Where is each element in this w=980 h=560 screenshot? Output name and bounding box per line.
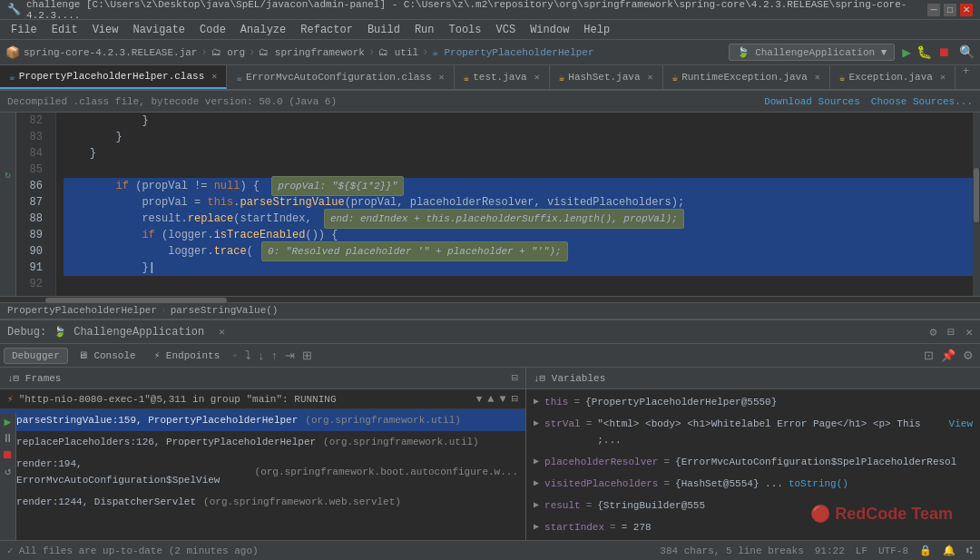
run-config-selector[interactable]: 🍃 ChallengeApplication ▼ (729, 44, 896, 61)
thread-filter-icon[interactable]: ⊟ (512, 392, 518, 406)
frame-pkg-2: (org.springframework.boot.autoconfigure.… (255, 464, 518, 480)
menu-vcs[interactable]: VCS (489, 22, 524, 38)
menu-analyze[interactable]: Analyze (233, 22, 293, 38)
var-expand-strval[interactable]: ▶ (534, 416, 539, 432)
menu-window[interactable]: Window (523, 22, 576, 38)
frames-filter-icon[interactable]: ⊟ (512, 371, 518, 385)
step-into-button[interactable]: ↓ (256, 348, 268, 363)
tab-exception[interactable]: ☕ Exception.java ✕ (830, 65, 956, 89)
stop-button[interactable]: ⏹ (937, 45, 950, 60)
frame-item-3[interactable]: ⚡ render:1244, DispatcherServlet (org.sp… (0, 491, 525, 513)
debug-close-icon[interactable]: ✕ (219, 326, 225, 338)
close-button[interactable]: ✕ (960, 4, 973, 16)
var-this[interactable]: ▶ this = {PropertyPlaceholderHelper@5550… (526, 391, 980, 413)
frames-header: ↓⊟ Frames ⊟ (0, 368, 525, 389)
menu-run[interactable]: Run (407, 22, 442, 38)
pause-button[interactable]: ⏸ (2, 432, 14, 446)
var-visited-placeholders[interactable]: ▶ visitedPlaceholders = {HashSet@5554} .… (526, 473, 980, 495)
var-startindex[interactable]: ▶ startIndex = = 278 (526, 516, 980, 538)
jar-name[interactable]: spring-core-4.2.3.RELEASE.jar (24, 47, 197, 58)
var-expand-result[interactable]: ▶ (534, 497, 539, 514)
debug-tab-debugger[interactable]: Debugger (4, 348, 68, 364)
debug-tab-endpoints[interactable]: ⚡ Endpoints (146, 347, 229, 364)
encoding[interactable]: UTF-8 (878, 545, 908, 556)
menu-refactor[interactable]: Refactor (293, 22, 360, 38)
pin-button[interactable]: 📌 (938, 348, 958, 363)
frame-item-1[interactable]: ⚡ replacePlaceholders:126, PropertyPlace… (0, 431, 525, 453)
cursor-position[interactable]: 91:22 (815, 545, 845, 556)
var-view-link-strval[interactable]: View (949, 416, 973, 432)
breadcrumb-method[interactable]: parseStringValue() (171, 305, 279, 316)
maximize-button[interactable]: □ (944, 4, 956, 16)
nav-util[interactable]: 🗂 util (378, 46, 418, 58)
tab-close-6[interactable]: ✕ (940, 72, 946, 83)
menu-file[interactable]: File (4, 22, 44, 38)
stop-debug-button[interactable]: ⏹ (2, 448, 14, 462)
step-out-button[interactable]: ↑ (269, 348, 280, 363)
menu-build[interactable]: Build (360, 22, 407, 38)
var-strval[interactable]: ▶ strVal = "<html> <body> <h1>Whitelabel… (526, 413, 980, 451)
search-button[interactable]: 🔍 (959, 44, 975, 60)
settings-debug-button[interactable]: ⚙ (960, 348, 976, 363)
frame-item-0[interactable]: ⚡ parseStringValue:159, PropertyPlacehol… (0, 409, 525, 431)
git-icon[interactable]: ⑆ (966, 545, 973, 556)
debug-run-button[interactable]: 🐛 (916, 44, 932, 60)
var-tostring-vp[interactable]: toString() (789, 476, 848, 492)
tab-runtimeexception[interactable]: ☕ RuntimeException.java ✕ (663, 65, 830, 89)
resume-button[interactable]: ▶ (5, 415, 12, 429)
frame-item-2[interactable]: ⚡ render:194, ErrorMvcAutoConfiguration$… (0, 453, 525, 491)
breadcrumb-class[interactable]: PropertyPlaceholderHelper (7, 305, 157, 316)
nav-springframework[interactable]: 🗂 springframework (259, 46, 365, 58)
notifications-icon[interactable]: 🔔 (943, 545, 956, 556)
tab-hashset[interactable]: ☕ HashSet.java ✕ (550, 65, 663, 89)
restore-layout-button[interactable]: ⊡ (921, 348, 936, 363)
menu-edit[interactable]: Edit (44, 22, 85, 38)
run-to-cursor[interactable]: ⇥ (282, 348, 298, 363)
reload-icon[interactable]: ↻ (5, 169, 11, 181)
rerun-button[interactable]: ↺ (5, 465, 11, 478)
download-sources-link[interactable]: Download Sources (764, 96, 860, 107)
thread-up-icon[interactable]: ▲ (487, 393, 494, 406)
run-button[interactable]: ▶ (902, 44, 911, 62)
editor-area: ↻ 82 83 84 85 86 87 88 89 90 91 92 } } } (0, 113, 980, 296)
thread-dropdown[interactable]: ▼ (476, 394, 483, 405)
var-expand-pr[interactable]: ▶ (534, 454, 539, 470)
nav-org[interactable]: 🗂 org (211, 46, 245, 58)
tab-test[interactable]: ☕ test.java ✕ (455, 65, 550, 89)
menu-tools[interactable]: Tools (442, 22, 489, 38)
step-over-button[interactable]: ⤵ (242, 348, 254, 363)
evaluate-button[interactable]: ⊞ (299, 348, 315, 363)
h-scrollbar-thumb[interactable] (45, 298, 227, 303)
tab-close-2[interactable]: ✕ (439, 72, 445, 83)
title-bar: 🔧 challenge [C:\Users\z\Desktop\java\SpE… (0, 0, 980, 20)
var-placeholder-resolver[interactable]: ▶ placeholderResolver = {ErrorMvcAutoCon… (526, 451, 980, 473)
menu-help[interactable]: Help (576, 22, 617, 38)
debug-layout-icon[interactable]: ⊟ (947, 325, 955, 339)
var-expand-si[interactable]: ▶ (534, 519, 539, 535)
debug-settings-icon[interactable]: ⚙ (930, 325, 937, 339)
tab-close-3[interactable]: ✕ (534, 72, 540, 83)
horizontal-scrollbar[interactable] (0, 296, 980, 302)
debug-tab-console[interactable]: 🖥 Console (70, 347, 144, 364)
scrollbar-thumb[interactable] (974, 168, 979, 222)
tab-close-1[interactable]: ✕ (211, 71, 217, 82)
tab-property-placeholder[interactable]: ☕ PropertyPlaceholderHelper.class ✕ (0, 65, 227, 89)
tab-close-5[interactable]: ✕ (815, 72, 820, 83)
vertical-scrollbar[interactable] (973, 113, 980, 296)
nav-class[interactable]: ☕ PropertyPlaceholderHelper (432, 46, 593, 58)
tab-label-3: test.java (473, 72, 526, 83)
menu-view[interactable]: View (85, 22, 126, 38)
var-expand-this[interactable]: ▶ (534, 394, 539, 410)
choose-sources-link[interactable]: Choose Sources... (871, 96, 973, 107)
tab-error-mvc[interactable]: ☕ ErrorMvcAutoConfiguration.class ✕ (227, 65, 454, 89)
debug-close-panel-icon[interactable]: ✕ (965, 325, 973, 339)
minimize-button[interactable]: ─ (927, 4, 940, 16)
menu-navigate[interactable]: Navigate (125, 22, 192, 38)
var-expand-vp[interactable]: ▶ (534, 476, 539, 492)
thread-down-icon[interactable]: ▼ (500, 393, 506, 406)
line-ending[interactable]: LF (856, 545, 867, 556)
menu-code[interactable]: Code (192, 22, 233, 38)
var-result[interactable]: ▶ result = {StringBuilder@555 (526, 495, 980, 516)
tab-close-4[interactable]: ✕ (648, 72, 653, 83)
add-tab-button[interactable]: + (956, 65, 976, 89)
